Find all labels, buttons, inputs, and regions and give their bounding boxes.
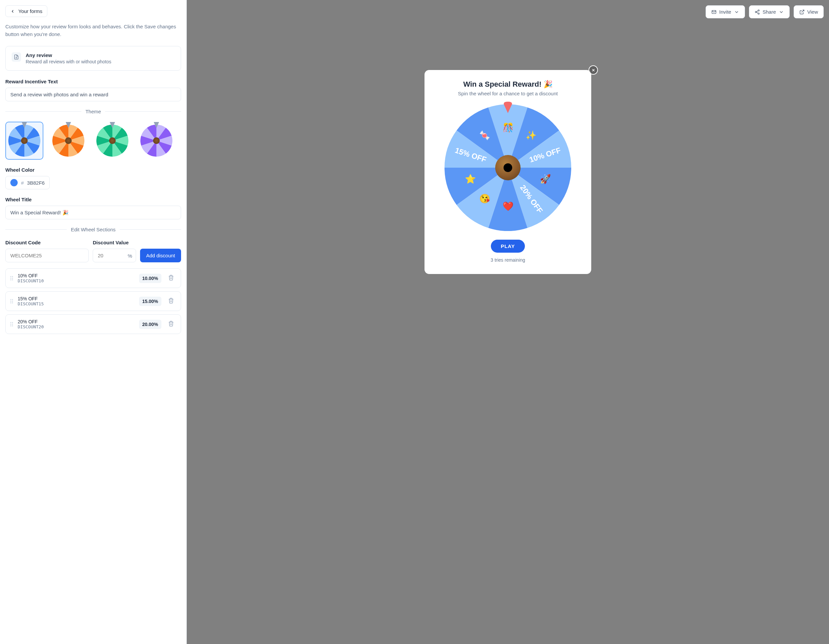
hash-symbol: # xyxy=(21,180,24,186)
prize-wheel: 🎊✨10% OFF🚀20% OFF❤️😘⭐15% OFF🍬 xyxy=(444,104,571,231)
preview-subtitle: Spin the wheel for a chance to get a dis… xyxy=(435,91,581,96)
discount-name: 15% OFF xyxy=(18,296,134,301)
close-icon xyxy=(591,68,596,72)
svg-line-6 xyxy=(756,11,758,12)
discount-code-label: Discount Code xyxy=(5,240,89,245)
add-discount-button[interactable]: Add discount xyxy=(140,249,181,262)
close-preview-button[interactable] xyxy=(589,65,598,75)
chevron-left-icon xyxy=(10,9,15,14)
drag-handle-icon[interactable] xyxy=(10,276,13,280)
discount-code: DISCOUNT20 xyxy=(18,324,134,329)
svg-text:🍬: 🍬 xyxy=(479,130,490,141)
review-type-card[interactable]: Any review Reward all reviews with or wi… xyxy=(5,46,181,71)
drag-handle-icon[interactable] xyxy=(10,322,13,326)
svg-text:😘: 😘 xyxy=(479,193,490,204)
theme-option-blue[interactable] xyxy=(5,122,43,160)
external-link-icon xyxy=(799,9,805,15)
document-icon xyxy=(12,52,21,61)
discount-code-input[interactable] xyxy=(5,249,89,262)
wheel-color-input[interactable]: # 3B82F6 xyxy=(5,176,50,189)
discount-item: 20% OFF DISCOUNT20 20.00% xyxy=(5,314,181,334)
theme-option-purple[interactable] xyxy=(137,122,175,160)
wheel-preview-card: Win a Special Reward! 🎉 Spin the wheel f… xyxy=(424,70,591,274)
play-button[interactable]: PLAY xyxy=(491,240,525,253)
panel-description: Customize how your review form looks and… xyxy=(5,23,181,38)
incentive-label: Reward Incentive Text xyxy=(5,79,181,84)
wheel-hub xyxy=(495,155,520,180)
wheel-title-label: Wheel Title xyxy=(5,197,181,202)
color-swatch xyxy=(10,179,18,186)
discount-item: 15% OFF DISCOUNT15 15.00% xyxy=(5,291,181,311)
preview-panel: Invite Share View Win a Special Reward! … xyxy=(187,0,829,644)
review-type-title: Any review xyxy=(26,52,111,58)
invite-button[interactable]: Invite xyxy=(706,5,745,18)
svg-text:❤️: ❤️ xyxy=(503,201,514,212)
svg-text:⭐: ⭐ xyxy=(465,174,476,184)
drag-handle-icon[interactable] xyxy=(10,299,13,303)
delete-discount-button[interactable] xyxy=(166,273,176,283)
wheel-title-input[interactable] xyxy=(5,206,181,219)
share-button[interactable]: Share xyxy=(749,5,790,18)
discount-name: 20% OFF xyxy=(18,319,134,324)
discount-code: DISCOUNT15 xyxy=(18,301,134,306)
preview-title: Win a Special Reward! 🎉 xyxy=(435,80,581,89)
sections-divider: Edit Wheel Sections xyxy=(5,227,181,232)
discount-code: DISCOUNT10 xyxy=(18,278,134,283)
discount-name: 10% OFF xyxy=(18,273,134,278)
trash-icon xyxy=(168,298,174,304)
svg-text:🚀: 🚀 xyxy=(540,174,551,184)
svg-point-3 xyxy=(758,9,759,11)
delete-discount-button[interactable] xyxy=(166,296,176,307)
wheel-pointer-icon xyxy=(503,102,512,114)
discount-list: 10% OFF DISCOUNT10 10.00% 15% OFF DISCOU… xyxy=(5,268,181,334)
svg-text:🎊: 🎊 xyxy=(503,122,514,133)
svg-line-7 xyxy=(756,12,758,13)
discount-item: 10% OFF DISCOUNT10 10.00% xyxy=(5,268,181,288)
theme-options xyxy=(5,122,181,160)
discount-value-label: Discount Value xyxy=(93,240,136,245)
trash-icon xyxy=(168,275,174,281)
theme-divider: Theme xyxy=(5,109,181,114)
svg-point-5 xyxy=(758,13,759,14)
chevron-down-icon xyxy=(779,9,784,15)
incentive-input[interactable] xyxy=(5,88,181,101)
theme-option-green[interactable] xyxy=(93,122,131,160)
discount-value-badge: 10.00% xyxy=(139,274,161,283)
back-label: Your forms xyxy=(18,8,43,14)
mail-icon xyxy=(711,9,717,15)
color-hex-value: 3B82F6 xyxy=(27,180,45,186)
percent-symbol: % xyxy=(128,253,132,258)
chevron-down-icon xyxy=(734,9,739,15)
back-button[interactable]: Your forms xyxy=(5,5,47,17)
review-type-subtitle: Reward all reviews with or without photo… xyxy=(26,59,111,65)
svg-text:✨: ✨ xyxy=(526,130,537,141)
svg-line-8 xyxy=(801,10,804,12)
settings-panel: Your forms Customize how your review for… xyxy=(0,0,187,644)
theme-option-orange[interactable] xyxy=(49,122,87,160)
discount-value-badge: 15.00% xyxy=(139,297,161,306)
share-icon xyxy=(755,9,760,15)
discount-value-badge: 20.00% xyxy=(139,320,161,329)
wheel-color-label: Wheel Color xyxy=(5,167,181,173)
delete-discount-button[interactable] xyxy=(166,319,176,330)
trash-icon xyxy=(168,321,174,327)
svg-point-4 xyxy=(755,11,757,13)
view-button[interactable]: View xyxy=(794,5,824,18)
tries-remaining: 3 tries remaining xyxy=(435,257,581,263)
